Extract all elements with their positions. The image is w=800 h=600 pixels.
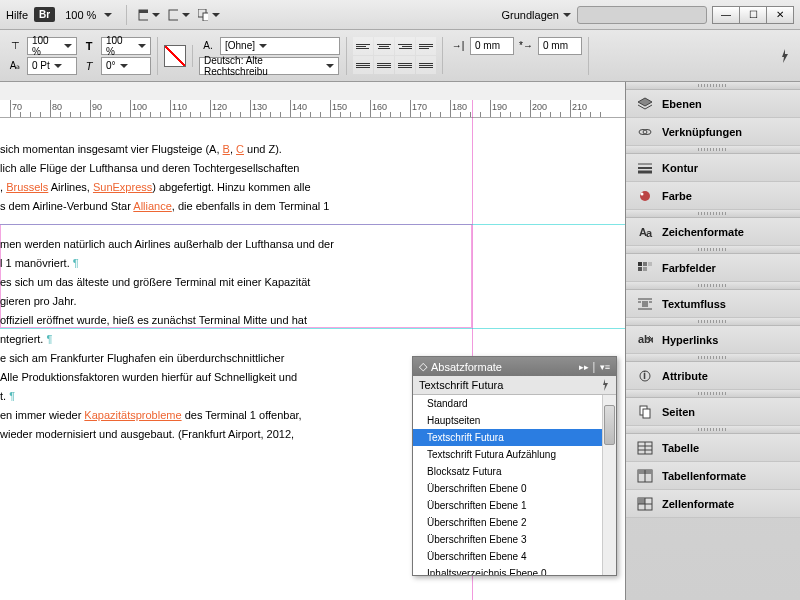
fill-swatch[interactable] xyxy=(164,45,186,67)
swatches-icon xyxy=(636,260,654,276)
svg-rect-19 xyxy=(638,267,642,271)
style-item[interactable]: Überschriften Ebene 1 xyxy=(413,497,616,514)
color-icon xyxy=(636,188,654,204)
style-item[interactable]: Überschriften Ebene 4 xyxy=(413,548,616,565)
baseline-icon: Aₐ xyxy=(6,57,24,75)
scroll-thumb[interactable] xyxy=(604,405,615,445)
align-center-button[interactable] xyxy=(374,37,394,55)
style-item[interactable]: Standard xyxy=(413,395,616,412)
indent-first-input[interactable]: 0 mm xyxy=(538,37,582,55)
scrollbar[interactable] xyxy=(602,395,616,575)
charstyle-icon: Aa xyxy=(636,224,654,240)
panel-header[interactable]: ◇ Absatzformate ▸▸ │ ▾≡ xyxy=(413,357,616,376)
arrange-icon[interactable] xyxy=(197,4,221,26)
panel-label: Farbe xyxy=(662,190,692,202)
style-item[interactable]: Überschriften Ebene 3 xyxy=(413,531,616,548)
justify-button[interactable] xyxy=(416,37,436,55)
view-options-icon[interactable] xyxy=(137,4,161,26)
charstyle-icon: A. xyxy=(199,37,217,55)
minimize-button[interactable]: — xyxy=(712,6,740,24)
skew-input[interactable]: 0° xyxy=(101,57,151,75)
indent-left-icon: →| xyxy=(449,37,467,55)
panel-grip[interactable] xyxy=(626,210,800,218)
panel-tablestyle[interactable]: Tabellenformate xyxy=(626,462,800,490)
panel-wrap[interactable]: Textumfluss xyxy=(626,290,800,318)
hyperlink-icon: abc xyxy=(636,332,654,348)
align-left-button[interactable] xyxy=(353,37,373,55)
panel-label: Ebenen xyxy=(662,98,702,110)
panel-label: Attribute xyxy=(662,370,708,382)
panel-grip[interactable] xyxy=(626,390,800,398)
style-item[interactable]: Überschriften Ebene 2 xyxy=(413,514,616,531)
collapse-icon[interactable]: ◇ xyxy=(419,360,427,373)
style-list: StandardHauptseitenTextschrift FuturaTex… xyxy=(413,395,616,575)
language-dropdown[interactable]: Deutsch: Alte Rechtschreibu xyxy=(199,57,339,75)
vscale-input[interactable]: 100 % xyxy=(101,37,151,55)
quick-apply-icon[interactable] xyxy=(776,47,794,65)
search-input[interactable] xyxy=(577,6,707,24)
svg-rect-2 xyxy=(169,10,178,20)
separator xyxy=(126,5,127,25)
close-button[interactable]: ✕ xyxy=(766,6,794,24)
panel-label: Zellenformate xyxy=(662,498,734,510)
panel-table[interactable]: Tabelle xyxy=(626,434,800,462)
vscale-icon: T xyxy=(80,37,98,55)
screen-mode-icon[interactable] xyxy=(167,4,191,26)
style-item[interactable]: Hauptseiten xyxy=(413,412,616,429)
horizontal-ruler[interactable]: 7080901001101201301401501601701801902002… xyxy=(0,100,625,118)
indent-first-icon: *→ xyxy=(517,37,535,55)
wrap-icon xyxy=(636,296,654,312)
panel-label: Seiten xyxy=(662,406,695,418)
panel-charstyle[interactable]: AaZeichenformate xyxy=(626,218,800,246)
zoom-dropdown[interactable]: 100 % xyxy=(61,7,116,23)
justify-right-button[interactable] xyxy=(395,56,415,74)
svg-text:i: i xyxy=(643,369,646,381)
panel-cellstyle[interactable]: Zellenformate xyxy=(626,490,800,518)
style-item[interactable]: Überschriften Ebene 0 xyxy=(413,480,616,497)
table-icon xyxy=(636,440,654,456)
justify-all-button[interactable] xyxy=(416,56,436,74)
panel-grip[interactable] xyxy=(626,82,800,90)
panel-stroke[interactable]: Kontur xyxy=(626,154,800,182)
maximize-button[interactable]: ☐ xyxy=(739,6,767,24)
style-item[interactable]: Blocksatz Futura xyxy=(413,463,616,480)
indent-left-input[interactable]: 0 mm xyxy=(470,37,514,55)
hscale-input[interactable]: 100 % xyxy=(27,37,77,55)
justify-left-button[interactable] xyxy=(353,56,373,74)
panel-hyperlink[interactable]: abcHyperlinks xyxy=(626,326,800,354)
baseline-input[interactable]: 0 Pt xyxy=(27,57,77,75)
panel-layers[interactable]: Ebenen xyxy=(626,90,800,118)
panel-grip[interactable] xyxy=(626,246,800,254)
links-icon xyxy=(636,124,654,140)
panel-grip[interactable] xyxy=(626,318,800,326)
svg-point-12 xyxy=(640,191,650,201)
style-item[interactable]: Textschrift Futura Aufzählung xyxy=(413,446,616,463)
panel-grip[interactable] xyxy=(626,426,800,434)
panel-color[interactable]: Farbe xyxy=(626,182,800,210)
panel-attributes[interactable]: iAttribute xyxy=(626,362,800,390)
align-right-button[interactable] xyxy=(395,37,415,55)
svg-rect-4 xyxy=(203,13,208,21)
svg-rect-1 xyxy=(139,10,148,13)
workspace-dropdown[interactable]: Grundlagen xyxy=(502,9,572,21)
panel-grip[interactable] xyxy=(626,282,800,290)
style-item[interactable]: Textschrift Futura xyxy=(413,429,616,446)
svg-rect-31 xyxy=(643,409,650,418)
quick-apply-icon[interactable] xyxy=(601,379,610,391)
bridge-button[interactable]: Br xyxy=(34,7,55,22)
panel-pages[interactable]: Seiten xyxy=(626,398,800,426)
justify-center-button[interactable] xyxy=(374,56,394,74)
panel-links[interactable]: Verknüpfungen xyxy=(626,118,800,146)
panel-swatches[interactable]: Farbfelder xyxy=(626,254,800,282)
help-menu[interactable]: Hilfe xyxy=(6,9,28,21)
panel-label: Kontur xyxy=(662,162,698,174)
charstyle-dropdown[interactable]: [Ohne] xyxy=(220,37,340,55)
panel-dock: EbenenVerknüpfungenKonturFarbeAaZeichenf… xyxy=(625,82,800,600)
panel-grip[interactable] xyxy=(626,354,800,362)
style-item[interactable]: Inhaltsverzeichnis Ebene 0 xyxy=(413,565,616,575)
align-buttons xyxy=(353,37,436,74)
panel-grip[interactable] xyxy=(626,146,800,154)
svg-rect-40 xyxy=(638,498,645,504)
svg-point-13 xyxy=(641,192,644,195)
panel-label: Textumfluss xyxy=(662,298,726,310)
